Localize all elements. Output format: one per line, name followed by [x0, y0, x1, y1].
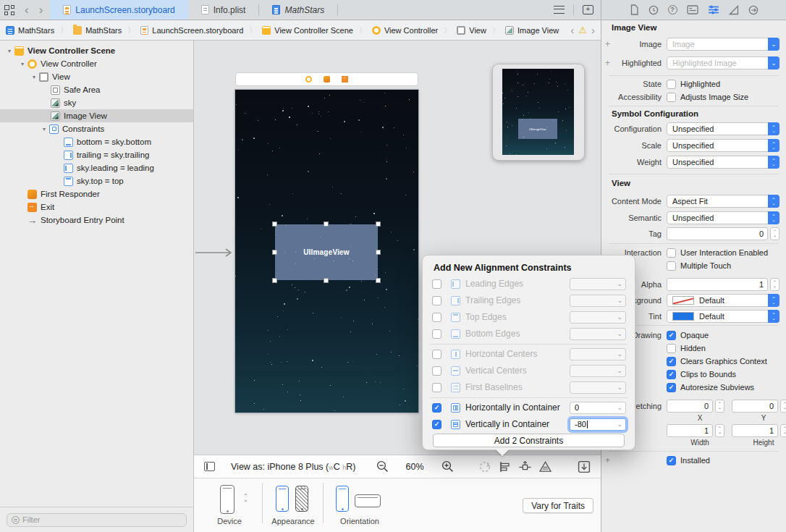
horizontal-centers-checkbox[interactable] — [432, 350, 441, 359]
tag-stepper[interactable]: ⌃⌄ — [770, 227, 779, 240]
add-constraints-pin-icon[interactable] — [518, 460, 532, 473]
vertically-in-container-checkbox[interactable]: ✓ — [432, 420, 441, 429]
attributes-inspector-icon[interactable] — [708, 5, 719, 14]
orientation-landscape-icon[interactable] — [355, 494, 381, 507]
stretching-x-field[interactable]: 0 — [667, 400, 713, 413]
forward-button[interactable]: › — [39, 1, 43, 20]
add-installed-variant-button[interactable]: + — [605, 455, 610, 465]
vertical-centers-checkbox[interactable] — [432, 366, 441, 376]
editor-options-icon[interactable] — [554, 6, 565, 14]
breadcrumb-item[interactable]: View Controller Scene — [274, 26, 353, 35]
history-inspector-icon[interactable] — [648, 5, 659, 15]
add-constraints-button[interactable]: Add 2 Constraints — [433, 434, 625, 447]
outline-item-constraint-trailing[interactable]: trailing = sky.trailing — [0, 148, 193, 161]
stretching-height-field[interactable]: 1 — [732, 424, 778, 437]
embed-in-stack-icon[interactable] — [578, 460, 591, 473]
size-inspector-icon[interactable] — [729, 5, 739, 15]
tab-launchscreen-storyboard[interactable]: LaunchScreen.storyboard — [50, 0, 187, 20]
resize-handle-right[interactable] — [376, 250, 381, 255]
resize-handle-bottom-left[interactable] — [272, 278, 277, 283]
quick-help-inspector-icon[interactable]: ? — [668, 5, 677, 14]
outline-item-image-view[interactable]: Image View — [0, 109, 193, 122]
previous-issue-button[interactable]: ‹ — [570, 24, 574, 36]
related-items-grid-icon[interactable] — [4, 5, 14, 15]
tag-field[interactable]: 0 — [667, 227, 768, 240]
semantic-popup[interactable]: Unspecified ⌃⌄ — [667, 211, 779, 224]
clips-to-bounds-checkbox[interactable]: ✓ — [667, 370, 676, 379]
content-mode-popup[interactable]: Aspect Fit ⌃⌄ — [667, 195, 779, 208]
disclosure-triangle[interactable]: ▾ — [41, 126, 48, 132]
autoresize-subviews-checkbox[interactable]: ✓ — [667, 383, 676, 392]
bottom-edges-value[interactable]: ⌄ — [570, 328, 626, 340]
zoom-in-icon[interactable] — [441, 460, 454, 473]
tab-mathstars[interactable]: MathStars — [259, 0, 337, 20]
zoom-level[interactable]: 60% — [406, 462, 424, 472]
highlighted-checkbox[interactable] — [667, 80, 676, 89]
add-editor-icon[interactable]: + — [583, 5, 593, 14]
highlighted-image-combo[interactable]: Highlighted Image ⌄ — [667, 56, 779, 69]
first-baselines-value[interactable]: ⌄ — [570, 381, 626, 394]
breadcrumb-item[interactable]: LaunchScreen.storyboard — [152, 26, 243, 35]
breadcrumb-item[interactable]: MathStars — [85, 26, 122, 35]
outline-item-constraint-leading[interactable]: sky.leading = leading — [0, 161, 193, 174]
resize-handle-top-left[interactable] — [272, 221, 277, 227]
appearance-light-icon[interactable] — [276, 486, 289, 512]
configuration-popup[interactable]: Unspecified ⌃⌄ — [667, 122, 779, 135]
selected-image-view[interactable]: UIImageView — [275, 224, 378, 280]
first-responder-icon[interactable] — [324, 76, 330, 83]
vertical-centers-value[interactable]: ⌄ — [570, 365, 626, 377]
disclosure-triangle[interactable]: ▾ — [30, 74, 38, 80]
outline-item-view-controller[interactable]: ▾ View Controller — [0, 57, 193, 70]
outline-item-scene[interactable]: ▾ View Controller Scene — [0, 44, 193, 57]
disclosure-triangle[interactable]: ▾ — [19, 61, 26, 67]
stretching-width-field[interactable]: 1 — [667, 424, 713, 437]
stretching-width-stepper[interactable]: ⌃⌄ — [715, 424, 724, 437]
warning-icon[interactable]: ⚠ — [578, 25, 587, 35]
tab-info-plist[interactable]: Info.plist — [188, 0, 259, 20]
weight-popup[interactable]: Unspecified ⌃⌄ — [667, 156, 779, 169]
view-as-button[interactable]: View as: iPhone 8 Plus (wC hR) — [231, 462, 356, 472]
clears-graphics-context-checkbox[interactable]: ✓ — [667, 357, 676, 366]
outline-item-sky[interactable]: sky — [0, 96, 193, 109]
zoom-out-icon[interactable] — [376, 460, 389, 473]
alpha-stepper[interactable]: ⌃⌄ — [770, 278, 779, 291]
trailing-edges-value[interactable]: ⌄ — [570, 295, 626, 307]
hidden-checkbox[interactable] — [667, 344, 676, 353]
outline-item-constraint-bottom[interactable]: bottom = sky.bottom — [0, 135, 193, 148]
outline-toggle-icon[interactable] — [204, 462, 215, 471]
stretching-height-stepper[interactable]: ⌃⌄ — [780, 424, 786, 437]
add-highlighted-image-button[interactable]: + — [605, 58, 610, 68]
leading-edges-value[interactable]: ⌄ — [570, 278, 626, 290]
orientation-portrait-icon[interactable] — [336, 486, 349, 512]
top-edges-checkbox[interactable] — [432, 313, 441, 322]
outline-item-view[interactable]: ▾ View — [0, 70, 193, 83]
connections-inspector-icon[interactable] — [748, 5, 758, 15]
appearance-dark-icon[interactable] — [295, 486, 308, 512]
adjusts-image-size-checkbox[interactable] — [667, 93, 676, 102]
breadcrumb-item[interactable]: MathStars — [18, 26, 54, 35]
tint-popup[interactable]: Default ⌃⌄ — [667, 310, 779, 323]
stretching-y-stepper[interactable]: ⌃⌄ — [780, 400, 786, 413]
horizontal-centers-value[interactable]: ⌄ — [570, 348, 626, 360]
filter-field[interactable]: Filter — [7, 513, 187, 527]
resize-handle-bottom-right[interactable] — [376, 278, 381, 283]
user-interaction-enabled-checkbox[interactable] — [667, 248, 676, 258]
update-frames-icon[interactable] — [478, 460, 491, 473]
next-issue-button[interactable]: › — [591, 24, 595, 36]
background-popup[interactable]: Default ⌃⌄ — [667, 294, 779, 307]
outline-item-constraints[interactable]: ▾ Constraints — [0, 122, 193, 135]
align-button-icon[interactable] — [498, 460, 512, 473]
back-button[interactable]: ‹ — [25, 1, 29, 20]
scale-popup[interactable]: Unspecified ⌃⌄ — [667, 139, 779, 152]
trailing-edges-checkbox[interactable] — [432, 296, 441, 305]
stretching-x-stepper[interactable]: ⌃⌄ — [715, 400, 724, 413]
opaque-checkbox[interactable]: ✓ — [667, 331, 676, 340]
stretching-y-field[interactable]: 0 — [732, 400, 778, 413]
storyboard-entry-point-arrow[interactable] — [195, 248, 235, 257]
outline-item-exit[interactable]: Exit — [0, 200, 193, 214]
outline-item-safe-area[interactable]: Safe Area — [0, 83, 193, 96]
add-image-button[interactable]: + — [605, 39, 610, 49]
breadcrumb-item[interactable]: View — [469, 26, 486, 35]
installed-checkbox[interactable]: ✓ — [667, 456, 676, 465]
device-phone-icon[interactable] — [220, 485, 234, 514]
